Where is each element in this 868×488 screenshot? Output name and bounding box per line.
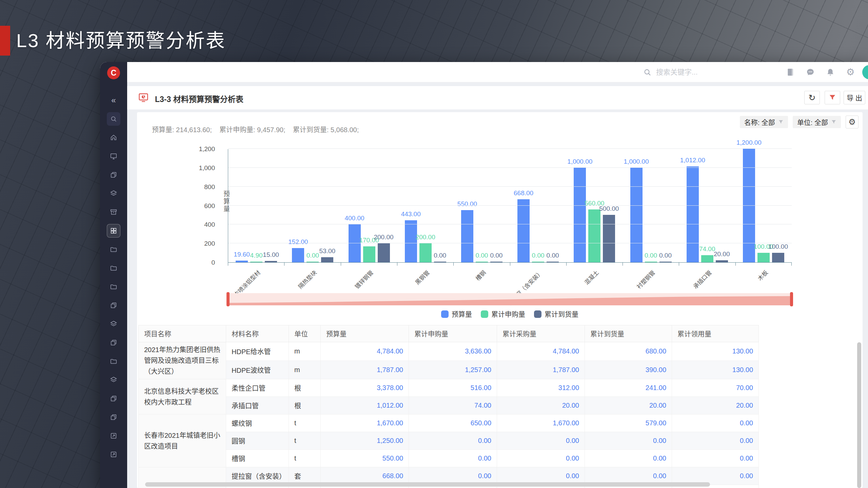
chart-bar[interactable] [250,262,262,262]
sidebar-item-home[interactable] [107,131,120,144]
sidebar-item-folder-2[interactable] [107,261,120,275]
cell-value[interactable]: 3,378.00 [321,379,409,397]
cell-value[interactable]: 0.00 [585,432,672,450]
sidebar-item-documents-2[interactable] [107,299,120,312]
chart-bar[interactable] [490,262,502,262]
cell-value[interactable]: 680.00 [585,342,672,361]
app-logo[interactable]: C [107,66,120,79]
chart-bar[interactable] [659,262,672,262]
cell-value[interactable]: 4,784.00 [497,342,585,361]
chart-bar[interactable] [645,262,657,262]
cell-value[interactable]: 0.00 [497,450,585,467]
chart-bar[interactable] [743,149,755,262]
chart-bar[interactable] [574,168,586,262]
sidebar-item-documents-1[interactable] [107,168,120,182]
cell-value[interactable]: 1,670.00 [321,414,409,432]
chart-bar[interactable] [772,253,784,262]
user-avatar[interactable] [862,65,868,79]
cell-value[interactable]: 650.00 [409,414,497,432]
chart-bar[interactable] [588,209,600,262]
chart-bar[interactable] [405,220,417,262]
chart-bar[interactable] [547,262,559,262]
search-input[interactable] [656,68,768,76]
export-button[interactable]: 导 出 [844,91,865,104]
chart-bar[interactable] [321,257,333,262]
cell-value[interactable]: 0.00 [585,450,672,467]
cell-value[interactable]: 1,787.00 [321,361,409,379]
sidebar-item-documents-5[interactable] [107,410,120,424]
cell-value[interactable]: 550.00 [321,450,409,467]
cell-value[interactable]: 1,257.00 [409,361,497,379]
cell-value[interactable]: 3,636.00 [409,342,497,361]
chart-bar[interactable] [701,255,713,262]
chart-bar[interactable] [687,166,699,262]
cell-value[interactable]: 4,784.00 [321,342,409,361]
slider-handle-right[interactable] [790,292,793,306]
cell-value[interactable]: 516.00 [409,379,497,397]
legend-item-1[interactable]: 累计申购量 [481,309,525,319]
cell-value[interactable]: 20.00 [497,397,585,414]
sidebar-item-folder-1[interactable] [107,243,120,256]
cell-value[interactable]: 241.00 [585,379,672,397]
sidebar-item-report-grid[interactable] [107,224,120,238]
sidebar-item-search[interactable] [107,112,120,126]
cell-value[interactable]: 130.00 [672,342,759,361]
chart-bar[interactable] [419,243,432,262]
sidebar-item-monitor[interactable] [107,149,120,163]
chart-bar[interactable] [517,199,530,262]
sidebar-item-layers-2[interactable] [107,317,120,331]
refresh-button[interactable]: ↻ [804,91,820,104]
cell-value[interactable]: 0.00 [672,432,759,450]
chart-bar[interactable] [630,168,643,262]
sidebar-item-collapse[interactable]: « [107,94,120,107]
cell-value[interactable]: 390.00 [585,361,672,379]
handbook-icon[interactable] [786,67,795,77]
sidebar-item-folder-4[interactable] [107,354,120,368]
chart-bar[interactable] [307,262,319,262]
chart-bar[interactable] [757,253,770,262]
filter-button[interactable] [825,91,840,104]
chart-bar[interactable] [363,246,375,262]
vertical-scrollbar[interactable] [857,342,861,488]
cell-value[interactable]: 0.00 [409,432,497,450]
chart-bar[interactable] [236,261,248,262]
cell-value[interactable]: 0.00 [672,414,759,432]
chart-bar[interactable] [716,260,728,262]
legend-item-2[interactable]: 累计到货量 [534,309,578,319]
cell-value[interactable]: 1,012.00 [321,397,409,414]
cell-value[interactable]: 0.00 [497,432,585,450]
chart-bar[interactable] [532,262,544,262]
sidebar-item-folder-3[interactable] [107,280,120,293]
chart-bar[interactable] [434,262,446,262]
sidebar-item-layers-1[interactable] [107,187,120,200]
settings-icon[interactable]: ⚙ [846,67,855,77]
chart-range-slider[interactable] [228,293,792,305]
chart-bar[interactable] [292,248,304,262]
cell-value[interactable]: 0.00 [672,450,759,467]
filter-chip-0[interactable]: 名称: 全部 [740,116,788,128]
chart-bar[interactable] [461,210,473,262]
cell-value[interactable]: 74.00 [409,397,497,414]
cell-value[interactable]: 579.00 [585,414,672,432]
legend-item-0[interactable]: 预算量 [441,309,472,319]
cell-value[interactable]: 0.00 [409,450,497,467]
table-settings-button[interactable]: ⚙ [846,116,859,128]
cell-value[interactable]: 130.00 [672,361,759,379]
notifications-icon[interactable] [826,67,835,77]
cell-value[interactable]: 20.00 [672,397,759,414]
horizontal-scrollbar[interactable] [145,482,710,487]
cell-value[interactable]: 1,670.00 [497,414,585,432]
cell-value[interactable]: 312.00 [497,379,585,397]
sidebar-item-documents-3[interactable] [107,336,120,349]
messages-icon[interactable] [806,67,815,77]
sidebar-item-share-2[interactable] [107,448,120,461]
slider-handle-left[interactable] [226,292,230,306]
chart-bar[interactable] [265,261,277,262]
cell-value[interactable]: 1,787.00 [497,361,585,379]
cell-value[interactable]: 20.00 [585,397,672,414]
chart-bar[interactable] [476,262,488,262]
chart-bar[interactable] [603,215,615,262]
sidebar-item-documents-4[interactable] [107,392,120,405]
sidebar-item-layers-3[interactable] [107,373,120,387]
cell-value[interactable]: 70.00 [672,379,759,397]
